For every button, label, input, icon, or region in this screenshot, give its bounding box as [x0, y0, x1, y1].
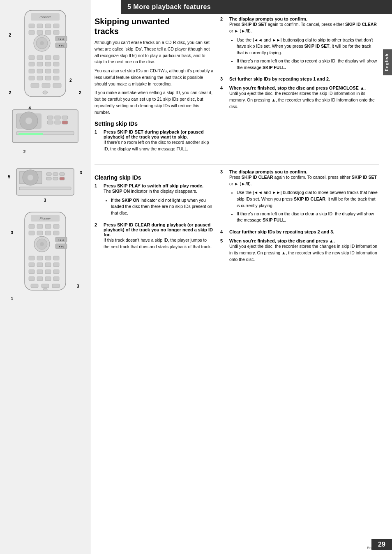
- bullet-2-1: Use the |◄◄ and ►►| buttons/jog dial to …: [237, 37, 379, 56]
- svg-rect-84: [37, 263, 43, 267]
- clear-num-4: 4: [220, 229, 226, 234]
- page-locale: En: [367, 546, 371, 550]
- svg-point-17: [40, 41, 44, 45]
- svg-rect-28: [45, 69, 51, 73]
- bottom-right-section: 3 The display prompts you to confirm. Pr…: [220, 169, 379, 270]
- svg-rect-45: [47, 121, 53, 124]
- step-num-1: 1: [95, 129, 100, 134]
- svg-rect-88: [37, 270, 43, 274]
- header-title: 5 More playback features: [127, 3, 211, 10]
- label-1: 1: [11, 296, 14, 301]
- step-2-body: Press SKIP ID SET again to confirm. To c…: [229, 21, 379, 35]
- clearing-step-2-content: Press SKIP ID CLEAR during playback (or …: [104, 222, 214, 253]
- svg-rect-36: [53, 83, 61, 88]
- clearing-steps: 1 Press SKIP PLAY to switch off skip pla…: [95, 183, 214, 253]
- svg-point-78: [40, 242, 44, 246]
- intro-para-1: Although you can't erase tracks on a CD-…: [95, 39, 214, 65]
- clearing-step-1-heading: Press SKIP PLAY to switch off skip play …: [104, 183, 203, 188]
- svg-rect-5: [45, 24, 51, 28]
- clearing-step-1-bullets: If the SKIP ON indicator did not light u…: [111, 197, 214, 217]
- svg-rect-64: [29, 224, 35, 229]
- clear-step-3-heading: The display prompts you to confirm.: [229, 169, 307, 174]
- svg-rect-6: [53, 24, 59, 28]
- svg-rect-24: [45, 62, 51, 66]
- svg-rect-89: [45, 270, 51, 274]
- step-num-4: 4: [220, 85, 226, 90]
- svg-rect-44: [62, 116, 68, 119]
- svg-text:Pioneer: Pioneer: [39, 217, 51, 220]
- deck-svg: [10, 108, 80, 145]
- svg-rect-90: [53, 270, 59, 274]
- svg-rect-27: [37, 69, 43, 73]
- clear-step-4: 4 Clear further skip IDs by repeating st…: [220, 229, 379, 234]
- svg-rect-69: [37, 231, 43, 235]
- intro-para-3: If you make a mistake when setting a ski…: [95, 90, 214, 115]
- svg-point-37: [43, 91, 48, 94]
- clearing-num-2: 2: [95, 222, 100, 227]
- svg-rect-68: [29, 231, 35, 235]
- svg-text:►►|: ►►|: [58, 245, 64, 248]
- clear-step-5: 5 When you're finished, stop the disc an…: [220, 238, 379, 265]
- svg-rect-60: [19, 187, 71, 190]
- step-4: 4 When you're finished, stop the disc an…: [220, 85, 379, 112]
- clear-step-5-body: Until you eject the disc, the recorder s…: [229, 243, 379, 263]
- svg-rect-20: [45, 55, 51, 60]
- setting-step-1: 1 Press SKIP ID SET during playback (or …: [95, 129, 214, 155]
- svg-point-98: [43, 288, 47, 291]
- step-2-bullets: Use the |◄◄ and ►►| buttons/jog dial to …: [237, 37, 379, 71]
- svg-rect-94: [53, 277, 59, 281]
- svg-point-41: [25, 118, 32, 124]
- svg-text:|◄◄: |◄◄: [58, 38, 64, 40]
- svg-rect-32: [45, 76, 51, 80]
- svg-rect-81: [45, 256, 51, 260]
- svg-rect-85: [45, 263, 51, 267]
- label-3-remote-left: 3: [11, 231, 14, 235]
- label-3-deck: 3: [80, 171, 82, 175]
- svg-rect-25: [53, 62, 59, 66]
- clearing-step-1-body: The SKIP ON indicator in the display dis…: [104, 188, 214, 195]
- svg-rect-8: [37, 30, 43, 35]
- clear-step-3: 3 The display prompts you to confirm. Pr…: [220, 169, 379, 225]
- language-tab: English: [383, 49, 392, 75]
- clear-step-5-heading: When you're finished, stop the disc and …: [229, 238, 335, 243]
- svg-rect-30: [29, 76, 35, 80]
- label-2-deck: 2: [23, 150, 26, 154]
- svg-rect-33: [53, 76, 59, 80]
- svg-rect-35: [42, 83, 50, 88]
- clear-num-3: 3: [220, 169, 226, 174]
- svg-rect-57: [46, 177, 51, 180]
- svg-rect-82: [53, 256, 59, 260]
- svg-rect-83: [29, 263, 35, 267]
- clear-step-3-body: Press SKIP ID CLEAR again to confirm. To…: [229, 174, 379, 187]
- step-3: 3 Set further skip IDs by repeating step…: [220, 76, 379, 81]
- page-header: 5 More playback features: [121, 0, 392, 14]
- deck-small-svg: [14, 166, 76, 197]
- step-2-heading: The display prompts you to confirm.: [229, 16, 307, 21]
- svg-rect-46: [55, 121, 60, 124]
- label-2-left2: 2: [9, 90, 12, 95]
- clear-bullet-3-1: Use the |◄◄ and ►►| buttons/jog dial to …: [237, 189, 379, 209]
- svg-rect-86: [53, 263, 59, 267]
- clearing-num-1: 1: [95, 183, 100, 188]
- label-2-right: 2: [79, 90, 81, 95]
- svg-rect-9: [45, 30, 51, 35]
- label-2-left: 2: [9, 33, 12, 37]
- step-4-heading: When you're finished, stop the disc and …: [229, 85, 366, 90]
- svg-rect-10: [53, 30, 59, 35]
- svg-rect-18: [29, 55, 35, 60]
- svg-rect-56: [60, 173, 65, 175]
- svg-rect-23: [37, 62, 43, 66]
- step-num-3: 3: [220, 76, 226, 81]
- step-2-content: The display prompts you to confirm. Pres…: [229, 16, 379, 72]
- svg-rect-58: [53, 177, 58, 180]
- svg-rect-7: [29, 30, 35, 35]
- setting-skip-ids-title: Setting skip IDs: [95, 120, 214, 127]
- clearing-step-2-body: If this track doesn't have a skip ID, th…: [104, 237, 214, 250]
- bottom-right-steps: 3 The display prompts you to confirm. Pr…: [220, 169, 379, 265]
- svg-rect-71: [53, 231, 59, 235]
- svg-rect-49: [18, 133, 43, 135]
- svg-rect-54: [46, 173, 51, 175]
- svg-rect-70: [45, 231, 51, 235]
- remote-bottom-svg: Pioneer |◄◄ ►►|: [18, 210, 72, 292]
- bullet-2-2: If there's no room left on the disc to r…: [237, 58, 379, 71]
